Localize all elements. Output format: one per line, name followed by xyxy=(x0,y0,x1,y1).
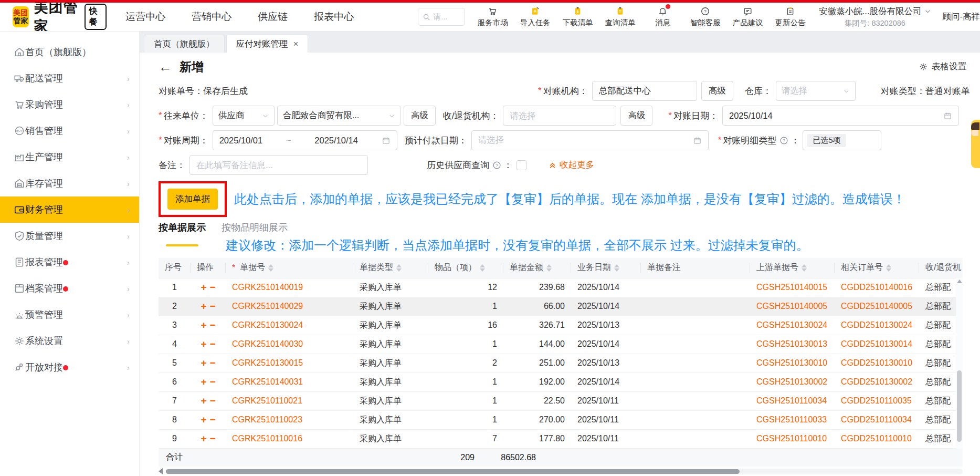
vertical-scroll-thumb[interactable] xyxy=(957,370,962,442)
counterparty-name-select[interactable]: 合肥致合商贸有限... xyxy=(277,106,401,126)
global-search-input[interactable]: 请... xyxy=(418,8,465,26)
action-download-list[interactable]: 下载清单 xyxy=(556,6,599,28)
document-no-link[interactable]: CGRK2510110016 xyxy=(226,429,353,448)
remove-row-button[interactable]: − xyxy=(208,376,217,387)
table-settings-button[interactable]: 表格设置 xyxy=(919,61,966,73)
column-header-4[interactable]: 物品（项） xyxy=(428,258,503,278)
recon-date-input[interactable]: 2025/10/14 xyxy=(722,106,959,126)
document-no-link[interactable]: CGRK2510130024 xyxy=(226,316,353,335)
add-row-button[interactable]: + xyxy=(199,433,208,444)
sidebar-item-3[interactable]: BUY销售管理› xyxy=(0,118,139,144)
upstream-document-link[interactable]: CGSH2510110010 xyxy=(750,429,835,448)
add-row-button[interactable]: + xyxy=(199,319,208,330)
horizontal-scrollbar[interactable] xyxy=(159,468,963,475)
sort-carets-icon[interactable] xyxy=(546,264,552,272)
remove-row-button[interactable]: − xyxy=(208,319,217,330)
nav-item-2[interactable]: 供应链 xyxy=(257,7,289,27)
column-header-6[interactable]: 业务日期 xyxy=(571,258,641,278)
add-row-button[interactable]: + xyxy=(199,338,208,349)
upstream-document-link[interactable]: CGSH2510130002 xyxy=(750,372,835,391)
column-header-5[interactable]: 单据金额 xyxy=(503,258,571,278)
recon-org-input[interactable] xyxy=(592,81,697,101)
upstream-document-link[interactable]: CGSH2510130024 xyxy=(750,316,835,335)
add-document-button[interactable]: 添加单据 xyxy=(167,189,218,210)
sidebar-item-4[interactable]: 生产管理› xyxy=(0,144,139,170)
add-row-button[interactable]: + xyxy=(199,282,208,293)
horizontal-scroll-thumb[interactable] xyxy=(166,469,740,474)
back-button[interactable]: ← xyxy=(159,60,172,74)
related-order-link[interactable]: CGDD2510130010 xyxy=(835,354,919,372)
upstream-document-link[interactable]: CGSH2510130010 xyxy=(750,354,835,372)
remove-row-button[interactable]: − xyxy=(208,414,217,425)
remove-row-button[interactable]: − xyxy=(208,282,217,293)
add-row-button[interactable]: + xyxy=(199,376,208,387)
related-order-link[interactable]: CGDD2510140016 xyxy=(835,278,919,297)
window-tab-0[interactable]: 首页（旗舰版） xyxy=(144,35,225,53)
history-supplier-checkbox[interactable] xyxy=(517,160,526,170)
tab-by-item-detail[interactable]: 按物品明细展示 xyxy=(222,221,288,234)
company-switcher[interactable]: 安徽蒸小皖...股份有限公司 集团号: 83202086 xyxy=(819,6,931,28)
related-order-link[interactable]: CGDD2510130002 xyxy=(835,372,919,391)
document-no-link[interactable]: CGRK2510140031 xyxy=(226,372,353,391)
return-org-advanced-button[interactable]: 高级 xyxy=(620,106,652,126)
add-row-button[interactable]: + xyxy=(199,301,208,312)
sidebar-item-8[interactable]: 报表管理› xyxy=(0,249,139,275)
column-header-9[interactable]: 相关订单号 xyxy=(835,258,919,278)
close-icon[interactable]: × xyxy=(293,39,299,49)
sort-carets-icon[interactable] xyxy=(480,264,485,272)
related-order-link[interactable]: CGDD2510140005 xyxy=(835,297,919,316)
sidebar-item-6[interactable]: 财务管理› xyxy=(0,196,139,223)
upstream-document-link[interactable]: CGSH2510130013 xyxy=(750,335,835,354)
column-header-8[interactable]: 上游单据号 xyxy=(750,258,835,278)
nav-item-1[interactable]: 营销中心 xyxy=(191,7,233,27)
document-no-link[interactable]: CGRK2510140030 xyxy=(226,335,353,354)
sort-carets-icon[interactable] xyxy=(268,264,273,272)
pay-date-input[interactable]: 请选择 xyxy=(471,130,709,150)
sidebar-item-12[interactable]: 开放对接› xyxy=(0,354,139,380)
document-no-link[interactable]: CGRK2510140029 xyxy=(226,297,353,316)
column-header-2[interactable]: *单据号 xyxy=(226,258,353,278)
scroll-up-arrow-icon[interactable] xyxy=(957,280,962,283)
sidebar-item-7[interactable]: 质量管理› xyxy=(0,223,139,249)
recon-org-advanced-button[interactable]: 高级 xyxy=(701,81,733,101)
remove-row-button[interactable]: − xyxy=(208,433,217,444)
warehouse-select[interactable]: 请选择 xyxy=(776,81,856,101)
nav-item-0[interactable]: 运营中心 xyxy=(124,7,166,27)
related-order-link[interactable]: CGDD2510110035 xyxy=(835,391,919,410)
counterparty-type-select[interactable]: 供应商 xyxy=(213,106,275,126)
assistant-widget[interactable] xyxy=(971,120,980,168)
related-order-link[interactable]: CGDD2510110034 xyxy=(835,410,919,429)
action-query-list[interactable]: 查询清单 xyxy=(599,6,641,28)
sidebar-item-9[interactable]: 档案管理› xyxy=(0,275,139,302)
sort-carets-icon[interactable] xyxy=(614,264,619,272)
tab-by-document[interactable]: 按单据展示 xyxy=(159,221,206,234)
scroll-left-arrow-icon[interactable] xyxy=(159,468,163,474)
upstream-document-link[interactable]: CGSH2510140015 xyxy=(750,278,835,297)
sidebar-item-1[interactable]: 配送管理› xyxy=(0,65,139,91)
action-message-bell[interactable]: 消息 xyxy=(641,6,684,28)
sort-carets-icon[interactable] xyxy=(886,264,891,272)
detail-type-select[interactable]: 已选5项 xyxy=(803,130,881,150)
action-import-task[interactable]: 导入任务 xyxy=(514,6,556,28)
sidebar-item-5[interactable]: 库存管理› xyxy=(0,170,139,196)
remark-input[interactable] xyxy=(189,155,368,175)
upstream-document-link[interactable]: CGSH2510110033 xyxy=(750,410,835,429)
remove-row-button[interactable]: − xyxy=(208,357,217,368)
action-product-suggest[interactable]: 产品建议 xyxy=(726,6,769,28)
document-no-link[interactable]: CGRK2510110023 xyxy=(226,410,353,429)
document-no-link[interactable]: CGRK2510130015 xyxy=(226,354,353,372)
sidebar-item-2[interactable]: 采购管理› xyxy=(0,91,139,118)
window-tab-1[interactable]: 应付对账管理× xyxy=(226,35,309,53)
nav-item-3[interactable]: 报表中心 xyxy=(313,7,355,27)
upstream-document-link[interactable]: CGSH2510140005 xyxy=(750,297,835,316)
related-order-link[interactable]: CGDD2510130024 xyxy=(835,316,919,335)
add-row-button[interactable]: + xyxy=(199,357,208,368)
collapse-more-button[interactable]: 收起更多 xyxy=(549,159,594,171)
remove-row-button[interactable]: − xyxy=(208,395,217,406)
vertical-scrollbar[interactable] xyxy=(956,278,963,449)
document-no-link[interactable]: CGRK2510140019 xyxy=(226,278,353,297)
action-update-notice[interactable]: 更新公告 xyxy=(769,6,812,28)
column-header-3[interactable]: 单据类型 xyxy=(353,258,428,278)
remove-row-button[interactable]: − xyxy=(208,301,217,312)
add-row-button[interactable]: + xyxy=(199,395,208,406)
